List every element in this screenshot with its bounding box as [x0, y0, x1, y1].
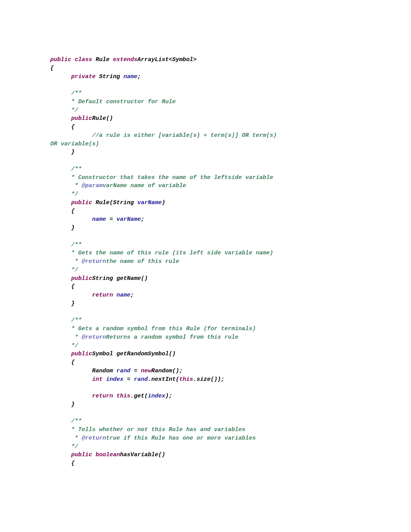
keyword-extends: extends [113, 56, 137, 63]
keyword-this: this [116, 393, 130, 399]
keyword-boolean: boolean [96, 452, 120, 458]
javadoc-text: Returns a random symbol from this rule [106, 334, 238, 341]
call-size: .size()); [193, 376, 224, 383]
javadoc-return: @return [82, 258, 106, 265]
javadoc-open: /** [50, 166, 82, 172]
javadoc-prefix: * [50, 258, 82, 265]
method-getname: String getName() [92, 275, 148, 282]
paren-close-semi: ); [165, 393, 172, 399]
javadoc-text: varName name of variable [103, 182, 186, 189]
keyword-new: new [141, 368, 151, 374]
keyword-public: public [50, 351, 92, 357]
javadoc-line: * Default constructor for Rule [50, 99, 176, 105]
javadoc-open: /** [50, 317, 82, 324]
call-nextint: .nextInt( [148, 376, 179, 383]
equals: = [110, 216, 116, 223]
ctor-rule: Rule() [92, 115, 113, 122]
keyword-public: public [50, 56, 71, 63]
type-random: Random [50, 368, 116, 374]
javadoc-prefix: * [50, 182, 82, 189]
field-name: name [123, 73, 137, 80]
brace-close: } [50, 401, 75, 408]
type-arraylist-symbol: ArrayList<Symbol> [137, 56, 197, 63]
keyword-int: int [50, 376, 106, 383]
field-name-ref: name [116, 292, 130, 298]
javadoc-line: * Constructor that takes the name of the… [50, 174, 273, 181]
javadoc-prefix: * [50, 334, 82, 341]
javadoc-close: */ [50, 191, 78, 198]
call-get: .get( [130, 393, 148, 399]
method-hasvariable: hasVariable() [120, 452, 165, 458]
param-varname: varName [137, 200, 162, 206]
javadoc-line: * Tells whether or not this Rule has and… [50, 426, 245, 433]
line-comment-wrap: OR variable(s) [50, 141, 99, 147]
semicolon: ; [137, 73, 141, 80]
javadoc-close: */ [50, 267, 78, 273]
keyword-private: private [50, 73, 99, 80]
javadoc-param: @param [82, 182, 103, 189]
brace-open: { [50, 65, 54, 72]
javadoc-line: * Gets a random symbol from this Rule (f… [50, 326, 256, 332]
keyword-public: public [50, 200, 96, 206]
var-rand-ref: rand [134, 376, 148, 383]
equals: = [134, 368, 141, 374]
equals: = [127, 376, 134, 383]
javadoc-open: /** [50, 90, 82, 97]
ctor-rule-string: Rule(String [96, 200, 137, 206]
paren-close: ) [162, 200, 165, 206]
ctor-random: Random(); [151, 368, 183, 374]
keyword-class: class [71, 56, 96, 63]
param-varname-ref: varName [116, 216, 141, 223]
keyword-this: this [179, 376, 193, 383]
javadoc-open: /** [50, 242, 82, 248]
brace-open: { [50, 283, 75, 290]
classname-rule: Rule [96, 56, 113, 63]
semicolon: ; [130, 292, 134, 298]
type-string: String [99, 73, 123, 80]
javadoc-line: * Gets the name of this rule (its left s… [50, 250, 273, 256]
javadoc-close: */ [50, 107, 78, 114]
var-rand: rand [116, 368, 134, 374]
semicolon: ; [141, 216, 144, 223]
var-index-ref: index [148, 393, 165, 399]
javadoc-prefix: * [50, 435, 82, 442]
brace-open: { [50, 124, 75, 130]
javadoc-return: @return [82, 435, 106, 442]
javadoc-return: @return [82, 334, 106, 341]
var-index: index [106, 376, 127, 383]
javadoc-close: */ [50, 343, 78, 349]
javadoc-text: the name of this rule [106, 258, 179, 265]
line-comment: //a rule is either [variable(s) + term(s… [50, 132, 277, 139]
method-getrandomsymbol: Symbol getRandomSymbol() [92, 351, 176, 357]
javadoc-text: true if this Rule has one or more variab… [106, 435, 256, 442]
keyword-public: public [50, 275, 92, 282]
brace-open: { [50, 208, 75, 215]
brace-open: { [50, 359, 75, 366]
keyword-public: public [50, 452, 96, 458]
brace-close: } [50, 300, 75, 307]
javadoc-close: */ [50, 443, 78, 450]
keyword-return: return [50, 393, 116, 399]
field-name-ref: name [50, 216, 110, 223]
code-page: public class Rule extendsArrayList<Symbo… [0, 0, 411, 532]
brace-open: { [50, 460, 75, 467]
javadoc-open: /** [50, 418, 82, 425]
keyword-public: public [50, 115, 92, 122]
brace-close: } [50, 225, 75, 231]
brace-close: } [50, 149, 75, 155]
keyword-return: return [50, 292, 116, 298]
